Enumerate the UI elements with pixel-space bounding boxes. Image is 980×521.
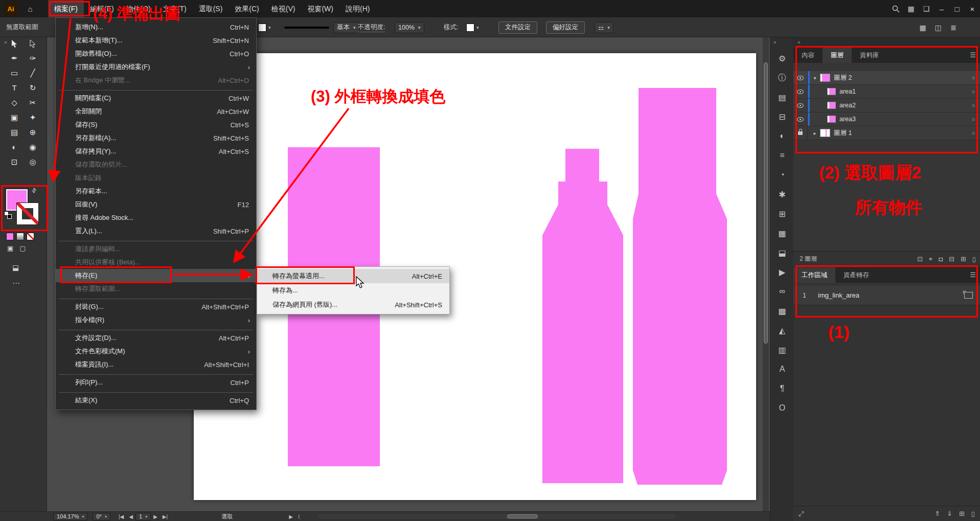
arrange-documents-icon[interactable]: ▦ (903, 0, 919, 17)
align-dropdown[interactable]: ⚏ (595, 22, 613, 33)
target-circle-icon[interactable] (967, 116, 980, 122)
gradient-tool-icon[interactable]: ▤ (7, 126, 22, 139)
mesh-tool-icon[interactable]: ⊕ (25, 126, 40, 139)
file-menu-item[interactable]: 關閉檔案(C) Ctrl+W (56, 92, 256, 105)
file-menu-item[interactable]: 文件設定(D)... Alt+Ctrl+P (56, 331, 256, 345)
zoom-dropdown[interactable]: 104.17% (53, 513, 87, 520)
dock-collapse-icon[interactable]: » (773, 39, 777, 45)
layer-name[interactable]: area3 (839, 116, 967, 123)
file-menu-item[interactable]: 在 Bridge 中瀏覽... Alt+Ctrl+O (56, 74, 256, 87)
grid-icon[interactable]: ⊞ (772, 204, 792, 223)
file-menu-item[interactable]: 開啟舊檔(O)... Ctrl+O (56, 47, 256, 60)
gradient-icon[interactable]: ⬓ (772, 243, 792, 262)
color-guide-icon[interactable]: ≡ (772, 146, 792, 165)
maximize-button[interactable]: □ (949, 0, 965, 17)
selection-tool-icon[interactable] (7, 37, 22, 51)
file-menu-item[interactable]: 封裝(G)... Alt+Shift+Ctrl+P (56, 300, 256, 313)
direct-selection-tool-icon[interactable] (25, 37, 40, 51)
pattern-icon[interactable]: ▩ (772, 301, 792, 321)
menubar-item[interactable]: 視窗(W) (301, 0, 339, 17)
export-submenu-item[interactable]: 轉存為... (257, 283, 449, 298)
blend-tool-icon[interactable]: ◐ (7, 141, 22, 154)
arrange-icon[interactable]: ▦ (915, 19, 930, 36)
export-submenu-item[interactable]: 儲存為網頁用 (舊版)... Alt+Shift+Ctrl+S (257, 298, 449, 312)
menubar-item[interactable]: 選取(S) (193, 0, 229, 17)
draw-mode-icon[interactable]: ▢ (19, 244, 26, 252)
close-button[interactable]: × (965, 0, 980, 17)
draw-mode-icon[interactable]: ▣ (7, 244, 13, 252)
comments-icon[interactable]: ⊟ (772, 107, 792, 126)
artboard-row[interactable]: 1 img_link_area (793, 286, 980, 305)
zoom-tool-icon[interactable]: ◎ (25, 155, 40, 169)
visibility-cell[interactable] (793, 112, 808, 126)
play-icon[interactable]: ▶ (289, 514, 293, 519)
curvature-tool-icon[interactable]: ✑ (25, 52, 40, 65)
new-artboard-icon[interactable]: ⊞ (959, 510, 965, 517)
export-submenu-item[interactable]: 轉存為螢幕適用... Alt+Ctrl+E (257, 269, 449, 283)
artboard-panel-tab[interactable]: 資產轉存 (835, 267, 877, 283)
star-tool-icon[interactable]: ✦ (25, 111, 40, 124)
magenta-bottle-large[interactable] (633, 88, 727, 485)
actions-icon[interactable]: ▶ (772, 262, 792, 282)
make-mask-icon[interactable]: ◘ (939, 255, 943, 263)
vertical-scrollbar-thumb[interactable] (764, 62, 768, 344)
file-menu-item[interactable]: 轉存選取範圍... (56, 282, 256, 296)
menubar-item[interactable]: 效果(C) (229, 0, 265, 17)
file-menu-item[interactable]: 共用以供審核 (Beta)... (56, 256, 256, 269)
collect-for-export-icon[interactable]: ⊡ (917, 255, 923, 263)
file-menu-item[interactable]: 檔案資訊(I)... Alt+Shift+Ctrl+I (56, 358, 256, 371)
file-menu-item[interactable]: 結束(X) Ctrl+Q (56, 394, 256, 407)
move-up-icon[interactable]: ⇑ (935, 510, 940, 517)
rectangle-tool-icon[interactable]: ▭ (7, 66, 22, 80)
file-menu-item[interactable] (56, 87, 256, 92)
menubar-item[interactable]: 文字(T) (157, 0, 193, 17)
character-icon[interactable]: A (772, 359, 792, 379)
history-icon[interactable]: ◔ (772, 165, 792, 185)
rotation-dropdown[interactable]: 0° (93, 513, 110, 520)
columns-icon[interactable]: ◫ (930, 19, 946, 36)
file-menu-item[interactable] (56, 327, 256, 331)
appearance-icon[interactable]: ▥ (772, 340, 792, 359)
artboard-icon[interactable] (964, 292, 973, 299)
artboard-panel-menu-icon[interactable]: ☰ (970, 267, 976, 283)
panel-tab[interactable]: 資料庫 (852, 48, 887, 63)
last-artboard-icon[interactable]: ▶| (163, 514, 168, 519)
info-icon[interactable]: ⓘ (772, 68, 792, 87)
gradient-button[interactable] (16, 233, 24, 240)
previous-artboard-icon[interactable]: ◀ (129, 514, 133, 519)
stroke-color-swatch[interactable] (17, 203, 38, 224)
artboard-panel-tab[interactable]: 工作區域 (793, 267, 835, 283)
default-swatches-icon[interactable] (4, 211, 12, 219)
file-menu-item[interactable] (56, 371, 256, 376)
menubar-item[interactable]: 檢視(V) (265, 0, 302, 17)
file-menu-item[interactable] (56, 238, 256, 242)
opacity-dropdown[interactable]: 100% (395, 22, 424, 33)
menubar-item[interactable]: 說明(H) (339, 0, 376, 17)
menubar-item[interactable]: 編輯(E) (84, 0, 120, 17)
list-icon[interactable]: ≣ (946, 19, 961, 36)
more-tools-icon[interactable]: ⋯ (12, 279, 20, 288)
links-icon[interactable]: ∞ (772, 282, 792, 301)
panel-tab[interactable]: 圖層 (823, 48, 852, 63)
file-menu-item[interactable] (56, 389, 256, 394)
target-circle-icon[interactable] (967, 130, 980, 136)
next-artboard-icon[interactable]: ▶ (153, 514, 157, 519)
layer-row[interactable]: 圖層 1 (793, 126, 980, 140)
file-menu-item[interactable] (56, 296, 256, 300)
type-tool-icon[interactable]: T (7, 81, 22, 95)
menubar-item[interactable]: 檔案(F) (48, 0, 84, 17)
file-menu-item[interactable]: 文件色彩模式(M) › (56, 345, 256, 358)
file-menu-item[interactable]: 全部關閉 Alt+Ctrl+W (56, 105, 256, 118)
pen-tool-icon[interactable]: ✒ (7, 52, 22, 65)
none-button[interactable] (27, 233, 34, 240)
chevron-icon[interactable] (810, 130, 820, 136)
artboard-nav-dropdown[interactable]: 1 (135, 513, 151, 520)
layer-thumbnail[interactable] (827, 102, 836, 109)
paragraph-icon[interactable]: ¶ (772, 379, 792, 398)
opentype-icon[interactable]: O (772, 398, 792, 418)
shape-builder-tool-icon[interactable]: ▣ (7, 111, 22, 124)
preferences-button[interactable]: 偏好設定 (546, 21, 585, 34)
target-circle-icon[interactable] (967, 102, 980, 108)
file-menu-item[interactable]: 儲存選取的切片... (56, 158, 256, 171)
visibility-cell[interactable] (793, 99, 808, 112)
